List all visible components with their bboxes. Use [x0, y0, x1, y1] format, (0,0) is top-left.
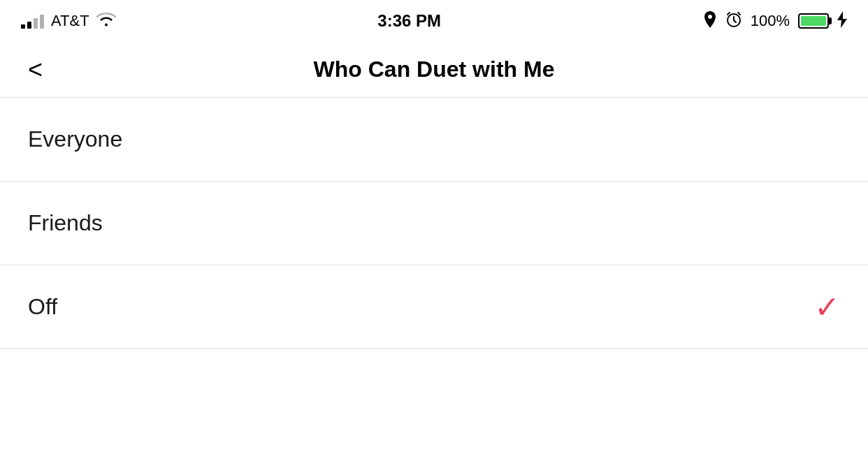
signal-bars-icon [21, 13, 44, 29]
battery-icon [798, 13, 829, 29]
status-right: 100% [703, 11, 847, 31]
option-label-friends: Friends [28, 210, 103, 236]
bolt-icon [837, 11, 847, 31]
checkmark-icon: ✓ [814, 289, 840, 325]
battery-percent: 100% [751, 12, 790, 30]
alarm-icon [725, 11, 742, 31]
options-list: Everyone Friends Off ✓ [0, 98, 868, 349]
option-item-off[interactable]: Off ✓ [0, 265, 868, 349]
carrier-label: AT&T [51, 12, 89, 30]
status-left: AT&T [21, 11, 116, 31]
location-icon [703, 11, 717, 31]
option-item-everyone[interactable]: Everyone [0, 98, 868, 182]
option-item-friends[interactable]: Friends [0, 182, 868, 265]
status-time: 3:36 PM [377, 11, 441, 31]
option-label-off: Off [28, 294, 57, 320]
option-label-everyone: Everyone [28, 126, 122, 152]
nav-header: < Who Can Duet with Me [0, 42, 868, 98]
wifi-icon [96, 11, 116, 31]
page-title: Who Can Duet with Me [314, 57, 555, 82]
back-button[interactable]: < [28, 57, 43, 82]
status-bar: AT&T 3:36 PM 100% [0, 0, 868, 42]
